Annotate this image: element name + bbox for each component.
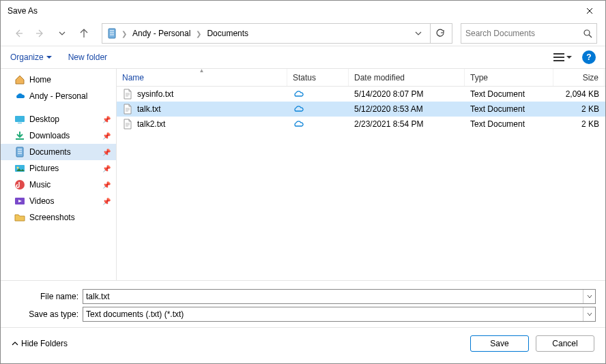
downloads-icon [14, 130, 25, 141]
file-name: talk2.txt [137, 119, 165, 129]
filename-dropdown[interactable] [583, 290, 595, 303]
cancel-button[interactable]: Cancel [536, 335, 594, 352]
search-placeholder: Search Documents [465, 29, 535, 38]
svg-rect-0 [109, 29, 115, 38]
cloud-icon [293, 119, 304, 130]
sidebar-item-label: Documents [29, 147, 71, 157]
file-type: Text Document [465, 117, 553, 132]
close-icon [586, 7, 593, 14]
sidebar-item-downloads[interactable]: Downloads📌 [1, 127, 116, 144]
filename-field[interactable] [83, 289, 596, 304]
title-bar: Save As [1, 1, 605, 21]
sidebar-item-home[interactable]: Home [1, 72, 116, 88]
breadcrumb-dropdown[interactable] [411, 30, 426, 37]
sidebar-item-label: Home [29, 75, 51, 85]
file-row[interactable]: sysinfo.txt5/14/2020 8:07 PMText Documen… [117, 87, 605, 102]
chevron-down-icon [587, 312, 592, 317]
file-row[interactable]: talk2.txt2/23/2021 8:54 PMText Document2… [117, 117, 605, 132]
breadcrumb-item-1[interactable]: Andy - Personal [130, 29, 193, 38]
sidebar-item-documents[interactable]: Documents📌 [1, 144, 116, 160]
svg-point-1 [584, 30, 590, 35]
sidebar-item-label: Andy - Personal [29, 91, 87, 101]
sidebar-item-videos[interactable]: Videos📌 [1, 193, 116, 209]
svg-point-7 [17, 167, 19, 169]
file-size: 2,094 KB [553, 87, 605, 102]
forward-button[interactable] [31, 24, 50, 43]
pin-icon: 📌 [102, 198, 111, 205]
sidebar-item-folder[interactable]: Screenshots [1, 209, 116, 226]
breadcrumb-bar[interactable]: ❯ Andy - Personal ❯ Documents [102, 23, 452, 44]
col-type[interactable]: Type [465, 69, 553, 86]
arrow-up-icon [79, 29, 89, 38]
filename-input[interactable] [83, 292, 583, 301]
text-file-icon [122, 119, 133, 130]
music-icon [14, 179, 25, 190]
svg-rect-3 [18, 123, 22, 123]
file-row[interactable]: talk.txt5/12/2020 8:53 AMText Document2 … [117, 102, 605, 117]
sidebar-item-music[interactable]: Music📌 [1, 177, 116, 193]
type-field[interactable] [83, 307, 596, 322]
sidebar-item-label: Desktop [29, 115, 59, 124]
up-button[interactable] [74, 24, 93, 43]
type-dropdown[interactable] [583, 307, 595, 321]
sidebar-item-label: Screenshots [29, 213, 75, 222]
pin-icon: 📌 [102, 149, 111, 156]
help-button[interactable]: ? [582, 50, 596, 64]
sidebar-item-desktop[interactable]: Desktop📌 [1, 111, 116, 127]
col-size[interactable]: Size [553, 69, 605, 86]
arrow-left-icon [14, 29, 23, 38]
col-status[interactable]: Status [287, 69, 349, 86]
recent-button[interactable] [53, 24, 72, 43]
search-icon [583, 29, 592, 38]
arrow-right-icon [35, 29, 45, 38]
save-button[interactable]: Save [470, 335, 529, 352]
type-input[interactable] [83, 309, 583, 319]
svg-rect-2 [15, 116, 25, 122]
search-input[interactable]: Search Documents [461, 23, 597, 44]
cloud-icon [293, 89, 304, 100]
view-menu[interactable] [550, 51, 575, 63]
sidebar-item-label: Videos [29, 196, 54, 206]
file-name: sysinfo.txt [137, 89, 173, 99]
filename-label: File name: [10, 292, 78, 301]
onedrive-icon [14, 91, 25, 102]
file-area: ▲Name Status Date modified Type Size sys… [117, 69, 605, 280]
sidebar-item-label: Pictures [29, 164, 59, 173]
breadcrumb-item-2[interactable]: Documents [204, 29, 251, 38]
sidebar-item-label: Music [29, 180, 50, 189]
chevron-down-icon [59, 30, 66, 37]
documents-icon [14, 147, 25, 157]
col-name[interactable]: ▲Name [117, 69, 287, 86]
main-area: HomeAndy - PersonalDesktop📌Downloads📌Doc… [1, 69, 605, 280]
file-date: 2/23/2021 8:54 PM [349, 117, 465, 132]
sidebar-item-label: Downloads [29, 131, 70, 140]
pin-icon: 📌 [102, 165, 111, 172]
action-bar: Hide Folders Save Cancel [1, 327, 605, 359]
file-list: sysinfo.txt5/14/2020 8:07 PMText Documen… [117, 87, 605, 280]
refresh-icon [435, 29, 445, 38]
file-type: Text Document [465, 102, 553, 117]
chevron-right-icon[interactable]: ❯ [120, 30, 128, 37]
close-button[interactable] [574, 1, 605, 21]
chevron-right-icon[interactable]: ❯ [194, 30, 203, 37]
pin-icon: 📌 [102, 181, 111, 189]
refresh-button[interactable] [430, 24, 449, 43]
new-folder-button[interactable]: New folder [68, 52, 107, 62]
chevron-down-icon [415, 30, 422, 37]
hide-folders-button[interactable]: Hide Folders [12, 339, 68, 348]
pin-icon: 📌 [102, 132, 111, 140]
sidebar-item-pictures[interactable]: Pictures📌 [1, 160, 116, 177]
chevron-down-icon [587, 294, 592, 299]
organize-menu[interactable]: Organize [10, 52, 52, 62]
file-size: 2 KB [553, 102, 605, 117]
file-date: 5/14/2020 8:07 PM [349, 87, 465, 102]
sidebar-item-onedrive[interactable]: Andy - Personal [1, 88, 116, 104]
toolbar: Organize New folder ? [1, 46, 605, 69]
back-button[interactable] [9, 24, 28, 43]
desktop-icon [14, 114, 25, 125]
svg-rect-4 [16, 138, 24, 140]
dropdown-icon [566, 55, 572, 60]
videos-icon [14, 196, 25, 207]
chevron-up-icon [12, 340, 18, 347]
col-date[interactable]: Date modified [349, 69, 465, 86]
